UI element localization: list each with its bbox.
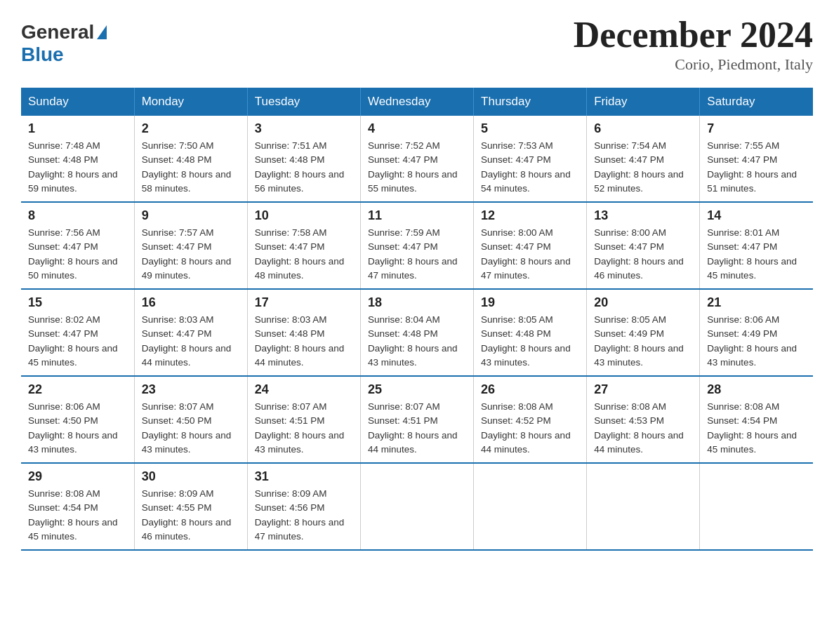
calendar-day-cell: 2 Sunrise: 7:50 AM Sunset: 4:48 PM Dayli… — [134, 116, 247, 202]
calendar-week-row: 22 Sunrise: 8:06 AM Sunset: 4:50 PM Dayl… — [21, 376, 813, 463]
calendar-subtitle: Corio, Piedmont, Italy — [574, 55, 813, 74]
day-number: 1 — [28, 121, 127, 136]
logo-general-text: General — [21, 21, 94, 43]
day-info: Sunrise: 8:08 AM Sunset: 4:52 PM Dayligh… — [481, 400, 579, 457]
calendar-day-cell: 20 Sunrise: 8:05 AM Sunset: 4:49 PM Dayl… — [587, 289, 700, 376]
calendar-day-cell: 21 Sunrise: 8:06 AM Sunset: 4:49 PM Dayl… — [700, 289, 813, 376]
day-info: Sunrise: 8:08 AM Sunset: 4:53 PM Dayligh… — [594, 400, 692, 457]
day-info: Sunrise: 7:51 AM Sunset: 4:48 PM Dayligh… — [255, 139, 353, 196]
calendar-day-cell: 30 Sunrise: 8:09 AM Sunset: 4:55 PM Dayl… — [134, 463, 247, 550]
day-number: 5 — [481, 121, 579, 136]
day-info: Sunrise: 8:07 AM Sunset: 4:51 PM Dayligh… — [368, 400, 466, 457]
day-info: Sunrise: 7:56 AM Sunset: 4:47 PM Dayligh… — [28, 226, 127, 283]
day-number: 26 — [481, 382, 579, 397]
day-of-week-header: Friday — [587, 88, 700, 116]
day-number: 15 — [28, 295, 127, 310]
calendar-day-cell: 28 Sunrise: 8:08 AM Sunset: 4:54 PM Dayl… — [700, 376, 813, 463]
calendar-day-cell: 11 Sunrise: 7:59 AM Sunset: 4:47 PM Dayl… — [360, 202, 473, 289]
day-number: 9 — [142, 208, 240, 223]
title-area: December 2024 Corio, Piedmont, Italy — [574, 14, 813, 74]
calendar-day-cell: 16 Sunrise: 8:03 AM Sunset: 4:47 PM Dayl… — [134, 289, 247, 376]
calendar-day-cell: 14 Sunrise: 8:01 AM Sunset: 4:47 PM Dayl… — [700, 202, 813, 289]
calendar-day-cell — [474, 463, 587, 550]
day-number: 30 — [142, 469, 240, 484]
calendar-day-cell: 18 Sunrise: 8:04 AM Sunset: 4:48 PM Dayl… — [360, 289, 473, 376]
day-info: Sunrise: 7:48 AM Sunset: 4:48 PM Dayligh… — [28, 139, 127, 196]
day-info: Sunrise: 7:59 AM Sunset: 4:47 PM Dayligh… — [368, 226, 466, 283]
calendar-day-cell: 24 Sunrise: 8:07 AM Sunset: 4:51 PM Dayl… — [247, 376, 360, 463]
day-of-week-header: Sunday — [21, 88, 134, 116]
day-number: 31 — [255, 469, 353, 484]
day-of-week-header: Wednesday — [360, 88, 473, 116]
day-number: 27 — [594, 382, 692, 397]
calendar-day-cell: 23 Sunrise: 8:07 AM Sunset: 4:50 PM Dayl… — [134, 376, 247, 463]
day-number: 21 — [707, 295, 806, 310]
logo-triangle-icon — [97, 25, 107, 39]
day-info: Sunrise: 8:05 AM Sunset: 4:49 PM Dayligh… — [594, 313, 692, 370]
day-number: 24 — [255, 382, 353, 397]
calendar-day-cell: 6 Sunrise: 7:54 AM Sunset: 4:47 PM Dayli… — [587, 116, 700, 202]
calendar-day-cell: 12 Sunrise: 8:00 AM Sunset: 4:47 PM Dayl… — [474, 202, 587, 289]
calendar-day-cell: 26 Sunrise: 8:08 AM Sunset: 4:52 PM Dayl… — [474, 376, 587, 463]
calendar-day-cell: 17 Sunrise: 8:03 AM Sunset: 4:48 PM Dayl… — [247, 289, 360, 376]
calendar-week-row: 1 Sunrise: 7:48 AM Sunset: 4:48 PM Dayli… — [21, 116, 813, 202]
calendar-day-cell: 13 Sunrise: 8:00 AM Sunset: 4:47 PM Dayl… — [587, 202, 700, 289]
day-info: Sunrise: 8:05 AM Sunset: 4:48 PM Dayligh… — [481, 313, 579, 370]
day-number: 23 — [142, 382, 240, 397]
calendar-day-cell: 4 Sunrise: 7:52 AM Sunset: 4:47 PM Dayli… — [360, 116, 473, 202]
day-info: Sunrise: 8:01 AM Sunset: 4:47 PM Dayligh… — [707, 226, 806, 283]
day-info: Sunrise: 8:09 AM Sunset: 4:55 PM Dayligh… — [142, 487, 240, 544]
day-of-week-header: Monday — [134, 88, 247, 116]
day-info: Sunrise: 7:54 AM Sunset: 4:47 PM Dayligh… — [594, 139, 692, 196]
calendar-day-cell: 10 Sunrise: 7:58 AM Sunset: 4:47 PM Dayl… — [247, 202, 360, 289]
day-number: 29 — [28, 469, 127, 484]
calendar-day-cell — [700, 463, 813, 550]
calendar-day-cell: 22 Sunrise: 8:06 AM Sunset: 4:50 PM Dayl… — [21, 376, 134, 463]
day-info: Sunrise: 7:58 AM Sunset: 4:47 PM Dayligh… — [255, 226, 353, 283]
day-number: 17 — [255, 295, 353, 310]
calendar-week-row: 15 Sunrise: 8:02 AM Sunset: 4:47 PM Dayl… — [21, 289, 813, 376]
calendar-day-cell: 15 Sunrise: 8:02 AM Sunset: 4:47 PM Dayl… — [21, 289, 134, 376]
day-info: Sunrise: 8:09 AM Sunset: 4:56 PM Dayligh… — [255, 487, 353, 544]
day-of-week-header: Saturday — [700, 88, 813, 116]
day-info: Sunrise: 8:06 AM Sunset: 4:50 PM Dayligh… — [28, 400, 127, 457]
day-number: 14 — [707, 208, 806, 223]
day-info: Sunrise: 8:08 AM Sunset: 4:54 PM Dayligh… — [28, 487, 127, 544]
logo-blue-text: Blue — [21, 43, 64, 65]
day-number: 2 — [142, 121, 240, 136]
day-number: 16 — [142, 295, 240, 310]
day-number: 25 — [368, 382, 466, 397]
calendar-day-cell: 8 Sunrise: 7:56 AM Sunset: 4:47 PM Dayli… — [21, 202, 134, 289]
day-number: 6 — [594, 121, 692, 136]
logo: General Blue — [21, 14, 107, 66]
calendar-header-row: SundayMondayTuesdayWednesdayThursdayFrid… — [21, 88, 813, 116]
day-info: Sunrise: 8:03 AM Sunset: 4:47 PM Dayligh… — [142, 313, 240, 370]
calendar-week-row: 29 Sunrise: 8:08 AM Sunset: 4:54 PM Dayl… — [21, 463, 813, 550]
day-info: Sunrise: 8:00 AM Sunset: 4:47 PM Dayligh… — [481, 226, 579, 283]
calendar-day-cell: 5 Sunrise: 7:53 AM Sunset: 4:47 PM Dayli… — [474, 116, 587, 202]
day-number: 4 — [368, 121, 466, 136]
day-info: Sunrise: 7:50 AM Sunset: 4:48 PM Dayligh… — [142, 139, 240, 196]
calendar-day-cell: 29 Sunrise: 8:08 AM Sunset: 4:54 PM Dayl… — [21, 463, 134, 550]
day-info: Sunrise: 7:57 AM Sunset: 4:47 PM Dayligh… — [142, 226, 240, 283]
day-number: 22 — [28, 382, 127, 397]
day-info: Sunrise: 7:55 AM Sunset: 4:47 PM Dayligh… — [707, 139, 806, 196]
day-number: 8 — [28, 208, 127, 223]
day-number: 18 — [368, 295, 466, 310]
calendar-day-cell: 25 Sunrise: 8:07 AM Sunset: 4:51 PM Dayl… — [360, 376, 473, 463]
header: General Blue December 2024 Corio, Piedmo… — [21, 14, 813, 74]
day-info: Sunrise: 8:06 AM Sunset: 4:49 PM Dayligh… — [707, 313, 806, 370]
calendar-week-row: 8 Sunrise: 7:56 AM Sunset: 4:47 PM Dayli… — [21, 202, 813, 289]
day-info: Sunrise: 8:03 AM Sunset: 4:48 PM Dayligh… — [255, 313, 353, 370]
day-number: 12 — [481, 208, 579, 223]
calendar-day-cell: 27 Sunrise: 8:08 AM Sunset: 4:53 PM Dayl… — [587, 376, 700, 463]
calendar-day-cell: 31 Sunrise: 8:09 AM Sunset: 4:56 PM Dayl… — [247, 463, 360, 550]
calendar-day-cell: 3 Sunrise: 7:51 AM Sunset: 4:48 PM Dayli… — [247, 116, 360, 202]
day-info: Sunrise: 8:04 AM Sunset: 4:48 PM Dayligh… — [368, 313, 466, 370]
day-number: 3 — [255, 121, 353, 136]
day-of-week-header: Thursday — [474, 88, 587, 116]
day-number: 10 — [255, 208, 353, 223]
day-info: Sunrise: 7:53 AM Sunset: 4:47 PM Dayligh… — [481, 139, 579, 196]
day-number: 20 — [594, 295, 692, 310]
calendar-day-cell: 9 Sunrise: 7:57 AM Sunset: 4:47 PM Dayli… — [134, 202, 247, 289]
